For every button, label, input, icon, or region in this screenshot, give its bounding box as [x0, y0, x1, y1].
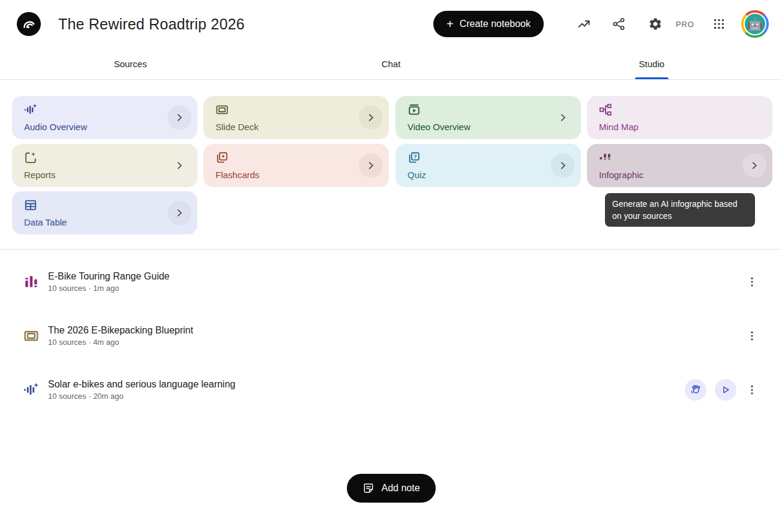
- chevron-right-icon[interactable]: [742, 154, 766, 178]
- card-quiz[interactable]: ? Quiz: [396, 144, 581, 187]
- audio-waveform-sparkle-icon: [24, 103, 37, 116]
- card-mind-map[interactable]: Mind Map: [587, 96, 772, 139]
- card-label: Data Table: [24, 217, 67, 227]
- slide-deck-icon: [23, 328, 39, 344]
- share-icon[interactable]: [612, 17, 626, 31]
- tab-studio[interactable]: Studio: [522, 48, 782, 79]
- chevron-right-icon[interactable]: [359, 154, 383, 178]
- chevron-right-icon[interactable]: [359, 106, 383, 130]
- active-tab-underline: [635, 77, 669, 79]
- page-title: The Rewired Roadtrip 2026: [58, 0, 245, 48]
- infographic-tooltip: Generate an AI infographic based on your…: [605, 193, 755, 227]
- logo-arc-icon: [22, 17, 36, 31]
- add-note-button[interactable]: Add note: [346, 474, 435, 503]
- settings-gear-icon[interactable]: [648, 17, 663, 31]
- card-label: Mind Map: [599, 122, 639, 132]
- studio-panel: Audio Overview Slide Deck Video Overview: [0, 80, 782, 250]
- chevron-right-icon[interactable]: [167, 154, 191, 178]
- apps-grid-icon[interactable]: [712, 17, 726, 31]
- slide-frame-icon: [215, 103, 229, 116]
- tab-chat-label: Chat: [382, 59, 401, 69]
- item-title: The 2026 E-Bikepacking Blueprint: [48, 325, 193, 336]
- item-meta: 10 sources · 4m ago: [48, 338, 193, 347]
- account-avatar[interactable]: 🤖: [741, 10, 769, 38]
- video-play-icon: [408, 103, 421, 116]
- tab-chat[interactable]: Chat: [260, 48, 521, 79]
- flashcards-star-icon: [215, 151, 229, 164]
- card-infographic[interactable]: Infographic: [587, 144, 772, 187]
- card-label: Quiz: [408, 170, 426, 180]
- audio-waveform-sparkle-icon: [23, 382, 39, 398]
- studio-item-infographic[interactable]: E-Bike Touring Range Guide 10 sources · …: [0, 255, 782, 309]
- more-options-icon[interactable]: [745, 383, 759, 397]
- chevron-right-icon[interactable]: [167, 201, 191, 225]
- svg-text:?: ?: [414, 154, 417, 160]
- card-label: Flashcards: [215, 170, 259, 180]
- play-icon: [720, 384, 731, 395]
- plus-icon: +: [447, 18, 454, 30]
- waving-hand-icon: [690, 384, 702, 396]
- card-audio-overview[interactable]: Audio Overview: [12, 96, 197, 139]
- main-tabs: Sources Chat Studio: [0, 48, 782, 80]
- app-header: The Rewired Roadtrip 2026 + Create noteb…: [0, 0, 782, 48]
- data-table-icon: [24, 199, 37, 212]
- studio-item-audio-overview[interactable]: Solar e-bikes and serious language learn…: [0, 363, 782, 417]
- quiz-cards-icon: ?: [408, 151, 421, 164]
- card-label: Slide Deck: [215, 122, 259, 132]
- interactive-mode-button[interactable]: [685, 379, 706, 401]
- card-label: Reports: [24, 170, 56, 180]
- tab-sources[interactable]: Sources: [0, 48, 260, 79]
- item-title: Solar e-bikes and serious language learn…: [48, 379, 235, 390]
- mind-map-icon: [599, 103, 612, 116]
- chevron-right-icon[interactable]: [551, 106, 575, 130]
- notebooklm-logo[interactable]: [17, 12, 41, 36]
- card-video-overview[interactable]: Video Overview: [396, 96, 581, 139]
- card-reports[interactable]: Reports: [12, 144, 197, 187]
- card-flashcards[interactable]: Flashcards: [203, 144, 389, 187]
- report-sparkle-icon: [24, 151, 37, 164]
- analytics-icon[interactable]: [577, 17, 591, 31]
- add-note-label: Add note: [381, 483, 420, 494]
- card-label: Audio Overview: [24, 122, 87, 132]
- more-options-icon[interactable]: [745, 329, 759, 343]
- tab-sources-label: Sources: [114, 59, 147, 69]
- avatar-robot-image: 🤖: [744, 13, 766, 35]
- card-slide-deck[interactable]: Slide Deck: [203, 96, 389, 139]
- more-options-icon[interactable]: [745, 275, 759, 289]
- chevron-right-icon[interactable]: [167, 106, 191, 130]
- item-meta: 10 sources · 1m ago: [48, 284, 170, 293]
- note-icon: [362, 482, 374, 494]
- card-label: Video Overview: [408, 122, 471, 132]
- pro-badge: PRO: [676, 20, 694, 29]
- chevron-right-icon[interactable]: [551, 154, 575, 178]
- infographic-chart-icon: [23, 274, 39, 290]
- tab-studio-label: Studio: [639, 59, 665, 69]
- item-title: E-Bike Touring Range Guide: [48, 271, 170, 282]
- card-label: Infographic: [599, 170, 643, 180]
- studio-item-slide-deck[interactable]: The 2026 E-Bikepacking Blueprint 10 sour…: [0, 309, 782, 363]
- infographic-bars-icon: [599, 151, 612, 164]
- create-notebook-label: Create notebook: [460, 19, 531, 29]
- card-data-table[interactable]: Data Table: [12, 191, 197, 235]
- item-meta: 10 sources · 20m ago: [48, 392, 235, 401]
- create-notebook-button[interactable]: + Create notebook: [433, 11, 544, 37]
- play-button[interactable]: [715, 379, 736, 401]
